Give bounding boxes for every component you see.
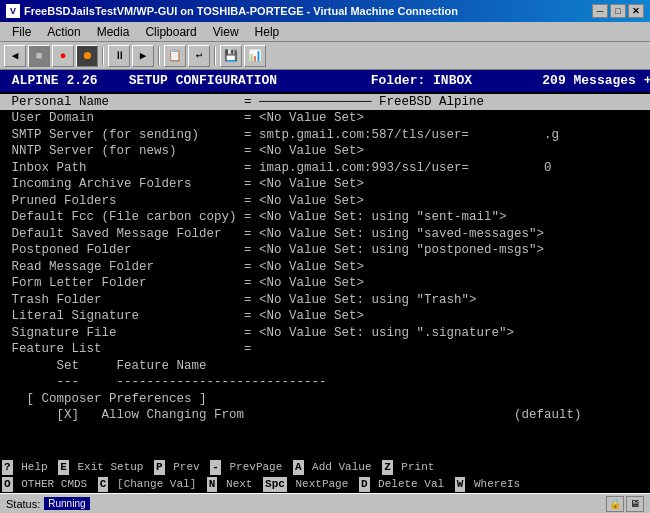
tb-play[interactable]: ▶ [132,45,154,67]
menu-bar: File Action Media Clipboard View Help [0,22,650,42]
status-label: Status: [6,498,40,510]
key2-desc-3: NextPage [287,477,359,492]
key1-label-3: - [210,460,221,475]
minimize-button[interactable]: ─ [592,4,608,18]
maximize-button[interactable]: □ [610,4,626,18]
tb-back[interactable]: ◀ [4,45,26,67]
config-line-8: Default Saved Message Folder = <No Value… [0,226,650,243]
tb-pause[interactable]: ⏸ [108,45,130,67]
key2-item-5[interactable]: W WhereIs [455,477,531,492]
title-bar-left: V FreeBSDJailsTestVM/WP-GUI on TOSHIBA-P… [6,4,458,18]
title-bar-controls[interactable]: ─ □ ✕ [592,4,644,18]
key1-item-0[interactable]: ? Help [2,460,58,475]
key2-desc-0: OTHER CMDS [13,477,98,492]
tb-clipboard[interactable]: 📋 [164,45,186,67]
config-line-2: SMTP Server (for sending) = smtp.gmail.c… [0,127,650,144]
config-line-15: Feature List = [0,341,650,358]
config-line-12: Trash Folder = <No Value Set: using "Tra… [0,292,650,309]
alpine-header: ALPINE 2.26 SETUP CONFIGURATION Folder: … [0,70,650,92]
key2-label-2: N [207,477,218,492]
key1-desc-0: Help [13,460,59,475]
config-line-14: Signature File = <No Value Set: using ".… [0,325,650,342]
tb-save[interactable]: 💾 [220,45,242,67]
toolbar: ◀ ■ ● ⏺ ⏸ ▶ 📋 ↩ 💾 📊 [0,42,650,70]
key1-label-5: Z [382,460,393,475]
app-icon: V [6,4,20,18]
key1-desc-3: PrevPage [221,460,293,475]
toolbar-separator-3 [214,47,216,65]
config-line-19: [ Composer Preferences ] [0,391,650,408]
key1-item-4[interactable]: A Add Value [293,460,382,475]
config-line-4: Inbox Path = imap.gmail.com:993/ssl/user… [0,160,650,177]
key-bar-1: ? Help E Exit Setup P Prev - PrevPage A … [0,459,650,476]
key1-item-2[interactable]: P Prev [154,460,210,475]
tb-record[interactable]: ● [52,45,74,67]
key1-desc-4: Add Value [304,460,383,475]
menu-view[interactable]: View [205,23,247,41]
config-line-20: [X] Allow Changing From (default) [0,407,650,424]
key2-item-2[interactable]: N Next [207,477,263,492]
menu-clipboard[interactable]: Clipboard [137,23,204,41]
toolbar-separator-2 [158,47,160,65]
toolbar-separator-1 [102,47,104,65]
config-line-13: Literal Signature = <No Value Set> [0,308,650,325]
close-button[interactable]: ✕ [628,4,644,18]
config-line-3: NNTP Server (for news) = <No Value Set> [0,143,650,160]
tb-undo[interactable]: ↩ [188,45,210,67]
status-bar: Status: Running 🔒 🖥 [0,493,650,513]
status-icon-lock: 🔒 [606,496,624,512]
key1-item-5[interactable]: Z Print [382,460,445,475]
key2-label-3: Spc [263,477,287,492]
key2-label-0: O [2,477,13,492]
menu-media[interactable]: Media [89,23,138,41]
key1-item-1[interactable]: E Exit Setup [58,460,154,475]
key1-label-4: A [293,460,304,475]
menu-action[interactable]: Action [39,23,88,41]
status-icons: 🔒 🖥 [606,496,644,512]
key2-label-5: W [455,477,466,492]
key2-desc-4: Delete Val [370,477,455,492]
config-line-1: User Domain = <No Value Set> [0,110,650,127]
config-line-16: Set Feature Name [0,358,650,375]
menu-file[interactable]: File [4,23,39,41]
key2-item-4[interactable]: D Delete Val [359,477,455,492]
key1-label-2: P [154,460,165,475]
menu-help[interactable]: Help [247,23,288,41]
key1-label-1: E [58,460,69,475]
config-line-0: Personal Name = ─────────────── FreeBSD … [0,94,650,111]
key1-desc-5: Print [393,460,445,475]
config-line-6: Pruned Folders = <No Value Set> [0,193,650,210]
config-line-10: Read Message Folder = <No Value Set> [0,259,650,276]
key2-item-1[interactable]: C [Change Val] [98,477,207,492]
tb-chart[interactable]: 📊 [244,45,266,67]
status-left: Status: Running [6,497,90,510]
key2-desc-1: [Change Val] [108,477,206,492]
key2-item-3[interactable]: Spc NextPage [263,477,359,492]
key1-desc-1: Exit Setup [69,460,154,475]
config-line-9: Postponed Folder = <No Value Set: using … [0,242,650,259]
config-line-17: --- ---------------------------- [0,374,650,391]
key2-desc-5: WhereIs [465,477,530,492]
config-line-7: Default Fcc (File carbon copy) = <No Val… [0,209,650,226]
terminal: ALPINE 2.26 SETUP CONFIGURATION Folder: … [0,70,650,493]
key2-item-0[interactable]: O OTHER CMDS [2,477,98,492]
status-icon-monitor: 🖥 [626,496,644,512]
key2-label-1: C [98,477,109,492]
config-line-5: Incoming Archive Folders = <No Value Set… [0,176,650,193]
key1-label-0: ? [2,460,13,475]
tb-power[interactable]: ⏺ [76,45,98,67]
tb-stop[interactable]: ■ [28,45,50,67]
window-title: FreeBSDJailsTestVM/WP-GUI on TOSHIBA-POR… [24,5,458,17]
config-area: Personal Name = ─────────────── FreeBSD … [0,92,650,460]
key1-item-3[interactable]: - PrevPage [210,460,293,475]
key1-desc-2: Prev [165,460,211,475]
key2-desc-2: Next [217,477,263,492]
title-bar: V FreeBSDJailsTestVM/WP-GUI on TOSHIBA-P… [0,0,650,22]
key2-label-4: D [359,477,370,492]
status-value: Running [44,497,89,510]
config-line-11: Form Letter Folder = <No Value Set> [0,275,650,292]
key-bar-2: O OTHER CMDS C [Change Val] N Next Spc N… [0,476,650,493]
